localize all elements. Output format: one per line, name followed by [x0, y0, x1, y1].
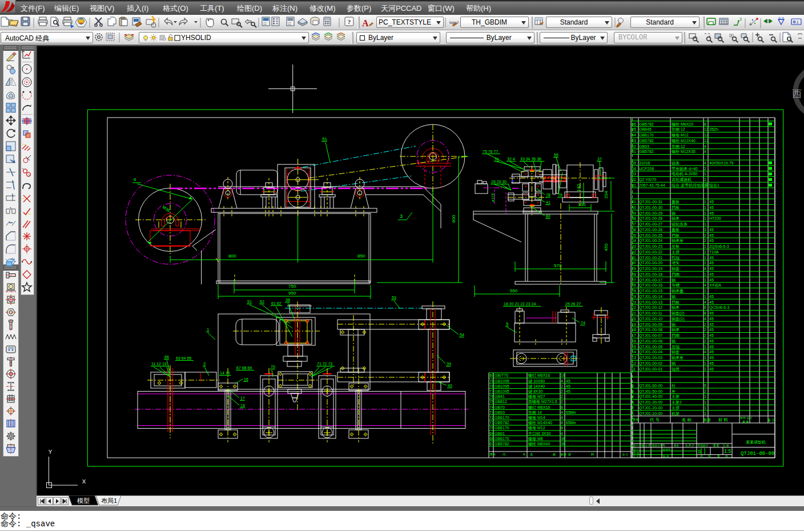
- svg-text:QTJ01-00-17: QTJ01-00-17: [639, 278, 662, 283]
- svg-text:2: 2: [561, 389, 563, 393]
- svg-text:32 4: 32 4: [507, 157, 515, 161]
- svg-text:GB1095: GB1095: [495, 379, 509, 383]
- svg-text:GB93: GB93: [639, 144, 649, 148]
- svg-text:张: 张: [725, 454, 728, 458]
- svg-text:托辊: 托辊: [671, 256, 680, 260]
- svg-text:4: 4: [561, 410, 563, 414]
- svg-text:GB91: GB91: [495, 432, 505, 436]
- svg-text:45: 45: [709, 211, 714, 215]
- svg-text:QTJ01-00-02: QTJ01-00-02: [639, 361, 662, 366]
- svg-text:QTJ01-00-22: QTJ01-00-22: [639, 250, 662, 255]
- svg-text:挡板: 挡板: [672, 300, 680, 305]
- svg-text:M36: M36: [162, 205, 170, 212]
- svg-text:QTJ01-00-26: QTJ01-00-26: [639, 228, 662, 232]
- svg-text:UCP206: UCP206: [639, 167, 654, 171]
- svg-text:1: 1: [704, 394, 706, 398]
- svg-text:轴: 轴: [671, 361, 676, 366]
- svg-text:72: 72: [489, 416, 494, 420]
- svg-text:代: 代: [502, 453, 506, 456]
- svg-text:1: 1: [704, 278, 706, 282]
- svg-text:备 注: 备 注: [622, 453, 629, 456]
- svg-text:GB5782: GB5782: [639, 139, 654, 143]
- svg-text:GB5782: GB5782: [495, 421, 509, 425]
- svg-text:GB93: GB93: [495, 410, 505, 414]
- svg-text:69: 69: [489, 432, 494, 436]
- svg-text:电动机 A-2050: 电动机 A-2050: [672, 172, 698, 176]
- svg-text:支撑: 支撑: [672, 250, 680, 255]
- svg-text:16: 16: [561, 373, 565, 377]
- svg-text:130: 130: [578, 202, 586, 207]
- svg-text:5: 5: [704, 384, 706, 388]
- svg-text:备 注: 备 注: [767, 418, 775, 422]
- svg-text:垫圈 12: 垫圈 12: [671, 144, 685, 149]
- svg-text:51: 51: [247, 300, 252, 304]
- svg-text:GB6170: GB6170: [495, 416, 509, 420]
- svg-text:螺钉 M6X16: 螺钉 M6X16: [528, 405, 550, 409]
- svg-text:QTJ01-00-09: QTJ01-00-09: [639, 323, 662, 327]
- svg-text:3: 3: [400, 213, 403, 219]
- svg-text:39: 39: [632, 211, 636, 215]
- svg-text:共: 共: [700, 454, 703, 458]
- svg-text:53: 53: [632, 172, 636, 176]
- svg-text:61: 61: [632, 150, 636, 154]
- svg-text:座: 座: [672, 389, 676, 393]
- svg-text:1: 1: [704, 289, 706, 293]
- svg-text:垫圈 12: 垫圈 12: [671, 127, 685, 132]
- svg-text:66: 66: [164, 355, 169, 359]
- svg-text:54: 54: [460, 333, 464, 337]
- svg-text:签名: 签名: [674, 444, 679, 447]
- svg-text:38: 38: [632, 216, 636, 220]
- svg-text:68: 68: [489, 437, 494, 441]
- svg-text:8: 8: [561, 426, 563, 430]
- svg-text:名: 名: [530, 453, 533, 456]
- svg-text:45: 45: [709, 233, 714, 237]
- svg-text:33 34 35 36: 33 34 35 36: [520, 157, 541, 161]
- svg-text:QTJ01-00-08: QTJ01-00-08: [639, 328, 662, 332]
- svg-text:75 76 77: 75 76 77: [483, 150, 498, 154]
- svg-text:36: 36: [632, 228, 636, 232]
- svg-text:标准化: 标准化: [662, 448, 671, 452]
- svg-text:Y: Y: [49, 449, 53, 456]
- svg-text:柱: 柱: [672, 384, 676, 388]
- svg-text:轴承座: 轴承座: [671, 239, 684, 243]
- svg-text:轴套: 轴套: [671, 350, 680, 354]
- svg-text:更改文件号: 更改文件号: [652, 444, 665, 447]
- svg-text:HT200: HT200: [709, 216, 721, 220]
- svg-text:54: 54: [632, 167, 636, 171]
- svg-text:24: 24: [632, 295, 636, 299]
- svg-text:35Zn: 35Zn: [709, 127, 718, 131]
- svg-text:轴套(1): 轴套(1): [671, 317, 685, 321]
- svg-text:张: 张: [708, 454, 711, 458]
- svg-text:74: 74: [581, 321, 585, 325]
- svg-text:GB812: GB812: [495, 400, 507, 404]
- svg-text:65Mn: 65Mn: [566, 421, 576, 425]
- svg-text:QTJ01-00-01: QTJ01-00-01: [639, 367, 662, 372]
- svg-text:45: 45: [709, 345, 714, 349]
- svg-text:重 量: 重 量: [713, 444, 719, 447]
- svg-text:2: 2: [561, 384, 563, 388]
- svg-text:4: 4: [704, 267, 706, 271]
- svg-text:轴套: 轴套: [671, 267, 680, 271]
- svg-text:750: 750: [288, 284, 296, 289]
- svg-text:X: X: [82, 478, 86, 485]
- svg-text:1: 1: [704, 400, 706, 404]
- svg-text:螺母 M27: 螺母 M27: [528, 394, 545, 398]
- svg-text:3.2: 3.2: [778, 17, 784, 21]
- svg-text:45: 45: [709, 200, 714, 204]
- svg-text:1: 1: [704, 244, 706, 248]
- svg-text:轴: 轴: [671, 278, 676, 283]
- svg-text:螺母 M8: 螺母 M8: [528, 437, 543, 441]
- svg-text:QTJ01-00-20: QTJ01-00-20: [639, 261, 662, 265]
- svg-text:78: 78: [489, 384, 494, 388]
- svg-text:1: 1: [704, 356, 706, 360]
- svg-text:代 号: 代 号: [649, 417, 660, 422]
- svg-text:65: 65: [632, 127, 636, 131]
- svg-text:数量: 数量: [703, 418, 711, 422]
- svg-text:号: 号: [522, 453, 526, 456]
- svg-text:S: S: [698, 449, 701, 454]
- svg-text:1: 1: [704, 406, 706, 410]
- svg-text:37: 37: [632, 222, 636, 226]
- svg-text:QTJ01-00-30: QTJ01-00-30: [639, 205, 662, 210]
- svg-text:2: 2: [704, 233, 706, 237]
- svg-text:螺栓 M6X20: 螺栓 M6X20: [672, 122, 693, 127]
